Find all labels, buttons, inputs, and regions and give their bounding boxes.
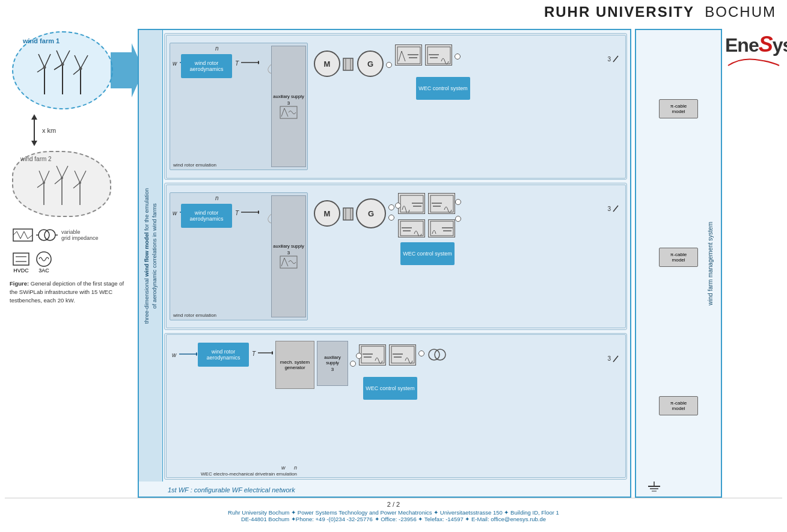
generator-1: G: [357, 50, 384, 77]
diagonal-line-3: [612, 355, 619, 363]
logo-swoosh: [725, 57, 782, 69]
svg-rect-97: [361, 346, 384, 363]
svg-line-32: [13, 231, 17, 235]
wec-row-1: 5 x PMSG-based WEC n w: [164, 33, 627, 180]
count-2: 3: [607, 204, 619, 213]
xkm-section: x km: [31, 114, 133, 146]
svg-line-23: [62, 166, 68, 178]
transformer-symbol: [36, 224, 58, 246]
aero-box-3: wind rotor aerodynamics: [198, 343, 249, 367]
svg-point-20: [43, 182, 45, 184]
converter-svg-2a: [400, 195, 424, 213]
footer-line2: DE-44801 Bochum ✦Phone: +49 -(0)234 -32-…: [5, 516, 782, 522]
hvdc-label: HVDC: [13, 268, 29, 274]
svg-line-66: [613, 56, 618, 62]
converter-svg-1b: [427, 46, 451, 64]
svg-rect-31: [13, 229, 32, 241]
svg-point-30: [79, 182, 81, 184]
svg-point-9: [61, 63, 64, 66]
pi-cable-2: π-cablemodel: [659, 248, 698, 267]
converter-ac-dc-2: [398, 193, 425, 214]
ground-symbol: [645, 482, 663, 494]
coupling-1: [343, 58, 354, 71]
svg-point-104: [435, 349, 446, 360]
aux-supply-1: auxiliary supply 3: [271, 46, 306, 167]
svg-line-27: [75, 171, 80, 183]
T-label-3: T: [252, 350, 256, 357]
aux-supply-3: auxiliary supply 3: [317, 341, 348, 386]
conv-lower-svg-2b: [430, 221, 454, 236]
drivetrain-label: WEC electro-mechanical drivetrain emulat…: [201, 471, 297, 477]
rotor-emulation-label-1: wind rotor emulation: [173, 162, 216, 168]
xkm-label: x km: [42, 127, 56, 134]
count-3: 3: [607, 355, 619, 363]
variable-grid-label: variablegrid impedance: [61, 229, 99, 241]
wec-row-3: 5 x Universal-AFE WEC w wind rotor aerod…: [164, 333, 627, 480]
conv-lower-svg-2a: [400, 221, 424, 236]
svg-point-38: [44, 230, 55, 240]
wec-control-2: WEC control system: [400, 242, 455, 265]
svg-line-53: [281, 108, 284, 117]
diagonal-line-1: [612, 55, 619, 63]
svg-line-7: [63, 50, 70, 64]
3ac-symbol: [35, 251, 53, 268]
svg-point-44: [37, 252, 51, 266]
w-arrow-3: [179, 350, 197, 358]
small-circle-2e: [455, 216, 461, 222]
T-arrow-3: [258, 349, 273, 356]
svg-line-34: [20, 231, 24, 239]
svg-rect-58: [397, 47, 420, 64]
wec-rows-container: 5 x PMSG-based WEC n w: [164, 33, 627, 480]
generator-2: G: [356, 198, 386, 228]
T-label-2: T: [235, 210, 239, 216]
svg-line-18: [44, 171, 49, 183]
coupling-svg-2: [343, 207, 354, 221]
svg-rect-100: [391, 346, 414, 363]
svg-line-59: [399, 51, 402, 61]
T-arrow-1: [241, 59, 259, 66]
wec-control-1: WEC control system: [416, 77, 470, 100]
small-circle-3b: [356, 353, 362, 359]
w-label-1: w: [173, 60, 177, 67]
small-circle-1b: [455, 54, 461, 60]
svg-line-92: [613, 206, 618, 212]
university-location: BOCHUM: [705, 4, 776, 20]
converter-svg-2b: [430, 195, 454, 213]
wec-control-3: WEC control system: [363, 377, 417, 400]
motor-2: M: [314, 200, 340, 227]
small-circle-3c: [418, 350, 424, 356]
3ac-label: 3AC: [38, 268, 49, 274]
svg-line-19: [37, 183, 44, 188]
svg-rect-86: [400, 221, 423, 236]
converter-dc-ac-2: [428, 193, 455, 214]
svg-line-36: [28, 235, 32, 239]
grid-impedance-symbol: [12, 224, 34, 246]
small-circle-3a: [350, 361, 356, 367]
converter-lower-2b: [428, 219, 455, 237]
pi-cable-3: π-cablemodel: [659, 396, 698, 415]
side-label-content: three-dimensional wind flow model for th…: [143, 188, 158, 323]
T-arrow-2: [241, 209, 259, 216]
svg-marker-48: [258, 61, 259, 64]
w-label-3b: w: [281, 465, 286, 471]
figure-bold: Figure:: [10, 280, 29, 287]
aero-box-1: wind rotor aerodynamics: [181, 54, 232, 78]
side-rotated-label: three-dimensional wind flow model for th…: [139, 30, 163, 482]
coupling-svg-1: [343, 58, 354, 71]
svg-point-4: [43, 66, 46, 69]
page-number: 2 / 2: [5, 501, 782, 508]
svg-line-29: [73, 183, 80, 188]
motor-1: M: [314, 50, 340, 77]
svg-line-11: [75, 55, 81, 69]
wind-turbines-1: [26, 43, 99, 97]
svg-rect-77: [343, 208, 353, 220]
small-circle-2a: [388, 204, 394, 210]
svg-rect-83: [430, 195, 453, 212]
hvdc-symbol: [12, 251, 30, 268]
svg-marker-94: [196, 352, 197, 356]
svg-line-24: [55, 178, 62, 184]
svg-rect-41: [13, 253, 29, 265]
n-label-3: n: [294, 465, 297, 471]
w-label-3: w: [172, 352, 176, 358]
rotor-emulation-label-2: wind rotor emulation: [173, 313, 216, 318]
